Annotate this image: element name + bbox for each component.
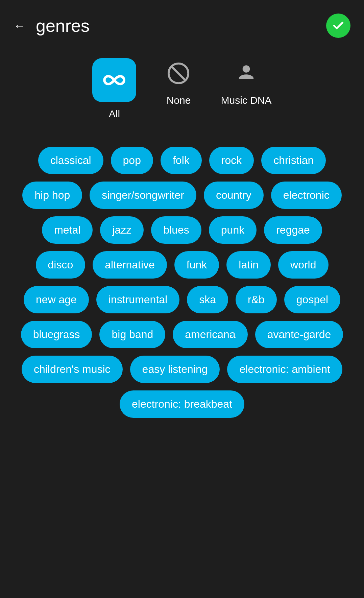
genre-pill[interactable]: latin [226, 251, 271, 279]
genre-pill[interactable]: r&b [236, 286, 277, 313]
genre-pill[interactable]: christian [261, 147, 326, 174]
genre-pill[interactable]: rock [209, 147, 254, 174]
genre-pill[interactable]: new age [24, 286, 89, 313]
all-icon-box [92, 58, 136, 102]
genre-pill[interactable]: punk [209, 216, 257, 244]
confirm-button[interactable] [326, 14, 350, 38]
all-label: All [109, 108, 120, 120]
header-left: ← genres [14, 16, 90, 36]
genre-pill[interactable]: easy listening [130, 356, 220, 383]
genre-pill[interactable]: folk [161, 147, 202, 174]
dna-icon-container [231, 58, 261, 89]
genre-pill[interactable]: reggae [264, 216, 322, 244]
genre-pill[interactable]: classical [38, 147, 103, 174]
genre-pill[interactable]: world [278, 251, 328, 279]
genre-pill[interactable]: electronic: breakbeat [120, 390, 244, 418]
header: ← genres [0, 0, 364, 45]
genre-pill[interactable]: metal [42, 216, 93, 244]
genre-pill[interactable]: big band [99, 321, 165, 348]
filter-section: All None Music DNA [0, 45, 364, 140]
genre-pill[interactable]: instrumental [96, 286, 179, 313]
none-icon-container [163, 58, 194, 89]
filter-all[interactable]: All [92, 58, 136, 120]
back-button[interactable]: ← [14, 20, 26, 32]
genre-pill[interactable]: avante-garde [255, 321, 343, 348]
svg-point-2 [243, 65, 250, 73]
svg-line-1 [172, 66, 186, 80]
genre-pill[interactable]: americana [173, 321, 247, 348]
genre-pill[interactable]: electronic: ambient [227, 356, 342, 383]
filter-music-dna[interactable]: Music DNA [221, 58, 271, 106]
genre-pill[interactable]: electronic [271, 182, 342, 209]
genre-pill[interactable]: singer/songwriter [90, 182, 196, 209]
music-dna-label: Music DNA [221, 95, 271, 106]
none-icon [167, 62, 190, 85]
infinity-icon [102, 68, 126, 92]
genre-pill[interactable]: children's music [22, 356, 123, 383]
genre-pill[interactable]: funk [174, 251, 219, 279]
genre-pill[interactable]: alternative [93, 251, 167, 279]
genre-pill[interactable]: country [204, 182, 264, 209]
page-title: genres [36, 16, 90, 36]
genre-pill[interactable]: disco [36, 251, 86, 279]
genre-pill[interactable]: hip hop [22, 182, 82, 209]
genre-pill[interactable]: blues [151, 216, 201, 244]
none-label: None [167, 95, 191, 106]
genre-pill[interactable]: gospel [284, 286, 340, 313]
genres-container: classicalpopfolkrockchristianhip hopsing… [0, 140, 364, 438]
genre-pill[interactable]: ska [187, 286, 228, 313]
check-icon [332, 19, 345, 32]
genre-pill[interactable]: pop [111, 147, 153, 174]
genre-pill[interactable]: bluegrass [21, 321, 92, 348]
filter-none[interactable]: None [163, 58, 194, 106]
genre-pill[interactable]: jazz [100, 216, 144, 244]
person-icon [235, 63, 257, 85]
